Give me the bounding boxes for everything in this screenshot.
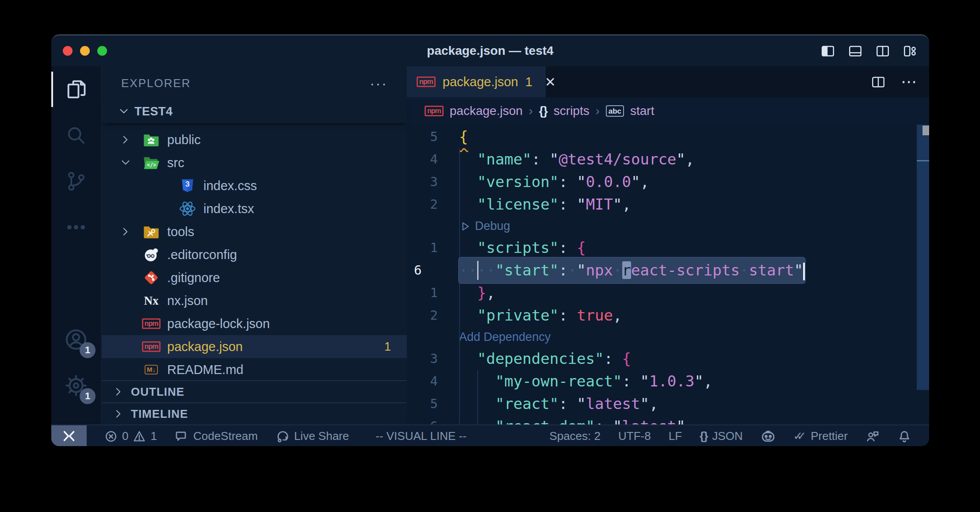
code-line-2[interactable]: 4 "name": "@test4/source",: [407, 148, 929, 171]
indent-guide: [459, 216, 460, 237]
codelens-action[interactable]: Add Dependency: [459, 327, 551, 348]
line-number[interactable]: 2: [407, 304, 448, 327]
file-label: index.css: [203, 179, 257, 193]
file-label: tools: [167, 225, 194, 239]
sidebar-item-source-control[interactable]: [51, 158, 101, 204]
feedback-button[interactable]: [865, 429, 880, 443]
indent-guide: [477, 370, 478, 393]
tree-item-package-json[interactable]: npmpackage.json1: [102, 335, 407, 358]
line-number[interactable]: 5: [407, 126, 448, 148]
outline-section[interactable]: OUTLINE: [102, 380, 407, 402]
editorconfig-icon: [142, 246, 160, 264]
code-line-9[interactable]: 2 "private": true,: [407, 304, 929, 327]
split-editor-icon[interactable]: [871, 74, 886, 89]
codelens-action[interactable]: Debug: [459, 216, 510, 237]
braces-icon: {}: [700, 429, 708, 443]
code-line-1[interactable]: 5{: [407, 126, 929, 148]
block-cursor: r: [622, 261, 631, 279]
scrollbar-thumb[interactable]: [917, 125, 929, 390]
line-number[interactable]: 4: [407, 148, 448, 171]
tree-item-src[interactable]: </>src: [102, 151, 407, 174]
line-number[interactable]: 6: [407, 415, 448, 424]
line-number[interactable]: 4: [407, 370, 448, 393]
accounts-button[interactable]: 1: [51, 317, 101, 363]
code-line-13[interactable]: 5 "react": "latest",: [407, 393, 929, 415]
sidebar-item-search[interactable]: [51, 112, 101, 158]
sidebar-item-explorer[interactable]: [51, 66, 101, 112]
tree-item--editorconfig[interactable]: .editorconfig: [102, 243, 407, 266]
tree-root-test4[interactable]: TEST4: [102, 100, 407, 123]
line-number[interactable]: 3: [407, 171, 448, 193]
line-number[interactable]: 2: [407, 193, 448, 216]
code-line-12[interactable]: 4 "my-own-react": "1.0.3",: [407, 370, 929, 393]
copilot-status[interactable]: [761, 429, 776, 444]
code-line-content: "version": "0.0.0",: [459, 171, 649, 193]
settings-badge: 1: [80, 388, 96, 404]
notifications-button[interactable]: [897, 429, 911, 443]
tree-item-package-lock-json[interactable]: npmpackage-lock.json: [102, 312, 407, 335]
customize-layout-icon[interactable]: [903, 43, 918, 58]
settings-button[interactable]: 1: [51, 363, 101, 409]
indentation-status[interactable]: Spaces: 2: [549, 429, 601, 443]
toggle-panel-icon[interactable]: [848, 43, 863, 58]
code-line-3[interactable]: 3 "version": "0.0.0",: [407, 171, 929, 193]
minimize-window-button[interactable]: [80, 46, 90, 56]
code-line-4[interactable]: 2 "license": "MIT",: [407, 193, 929, 216]
tree-item-readme-md[interactable]: M↓README.md: [102, 358, 407, 380]
language-status[interactable]: {} JSON: [700, 429, 743, 443]
breadcrumb-file[interactable]: package.json: [450, 104, 523, 118]
code-line-14[interactable]: 6 "react-dom": "latest",: [407, 415, 929, 424]
line-number[interactable]: 1: [407, 237, 448, 259]
line-number[interactable]: 1: [407, 282, 448, 304]
code-line-content: "react-dom": "latest",: [459, 415, 694, 424]
problems-status[interactable]: 0 1: [104, 429, 157, 443]
sidebar-item-more[interactable]: [51, 204, 101, 250]
tree-item-index-tsx[interactable]: index.tsx: [102, 197, 407, 220]
tree-item-public[interactable]: public: [102, 128, 407, 151]
tab-package-json[interactable]: npm package.json 1 ✕: [407, 66, 546, 97]
code-line-content: "react": "latest",: [459, 393, 658, 415]
toggle-secondary-sidebar-icon[interactable]: [875, 43, 890, 58]
close-icon[interactable]: ✕: [545, 74, 556, 90]
toggle-sidebar-icon[interactable]: [820, 43, 835, 58]
tree-item-tools[interactable]: tools: [102, 220, 407, 243]
code-line-7[interactable]: 6····"start":·"npx·react-scripts·start": [407, 259, 929, 282]
live-share-status[interactable]: Live Share: [276, 429, 349, 443]
chevron-down-icon: [119, 157, 132, 169]
explorer-actions-icon[interactable]: ···: [370, 75, 387, 92]
file-label: package-lock.json: [167, 317, 270, 331]
code-editor[interactable]: 5{4 "name": "@test4/source",3 "version":…: [407, 125, 929, 424]
line-number[interactable]: 6: [407, 259, 448, 282]
file-label: README.md: [167, 363, 243, 377]
tab-label: package.json: [443, 75, 518, 89]
timeline-section[interactable]: TIMELINE: [102, 402, 407, 424]
tree-item--gitignore[interactable]: .gitignore: [102, 266, 407, 289]
string-symbol-icon: abc: [606, 105, 624, 117]
zoom-window-button[interactable]: [97, 46, 107, 56]
formatter-status[interactable]: ✓✓ Prettier: [793, 429, 848, 443]
code-line-6[interactable]: 1 "scripts": {: [407, 237, 929, 259]
breadcrumb-separator: ›: [529, 104, 533, 118]
eol-status[interactable]: LF: [669, 429, 682, 443]
line-number[interactable]: 3: [407, 348, 448, 370]
codestream-status[interactable]: CodeStream: [175, 429, 258, 443]
file-label: .gitignore: [167, 271, 220, 285]
tree-item-nx-json[interactable]: Nxnx.json: [102, 289, 407, 312]
explorer-sidebar: EXPLORER ··· TEST4 public</>src3index.cs…: [102, 66, 407, 424]
breadcrumb-leaf[interactable]: start: [630, 104, 654, 118]
vim-mode-indicator[interactable]: -- VISUAL LINE --: [375, 429, 467, 443]
code-line-8[interactable]: 1 },: [407, 282, 929, 304]
line-number[interactable]: 5: [407, 393, 448, 415]
encoding-status[interactable]: UTF-8: [618, 429, 651, 443]
close-window-button[interactable]: [63, 46, 73, 56]
git-icon: [142, 269, 160, 287]
more-actions-icon[interactable]: ⋯: [901, 73, 917, 91]
breadcrumb-symbol[interactable]: scripts: [554, 104, 590, 118]
indent-guide: [459, 393, 460, 415]
editor-scrollbar[interactable]: [917, 125, 929, 424]
tree-item-index-css[interactable]: 3index.css: [102, 174, 407, 197]
sidebar-header: EXPLORER ···: [102, 66, 407, 100]
remote-indicator[interactable]: [51, 425, 87, 446]
code-line-11[interactable]: 3 "dependencies": {: [407, 348, 929, 370]
file-label: src: [167, 156, 184, 170]
